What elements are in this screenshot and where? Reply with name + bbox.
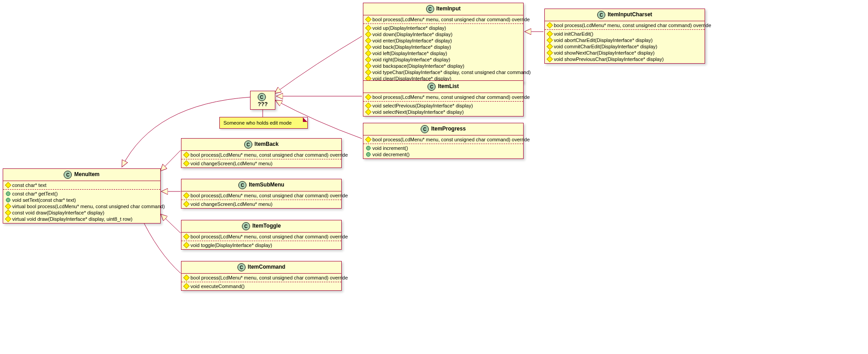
class-title: ItemInputCharset — [608, 11, 652, 18]
class-icon: C — [237, 263, 246, 271]
class-itemsubmenu: CItemSubMenu bool process(LcdMenu* menu,… — [181, 179, 342, 209]
class-title: ItemList — [438, 83, 459, 89]
class-unknown: C??? — [250, 91, 275, 110]
class-itemback: CItemBack bool process(LcdMenu* menu, co… — [181, 138, 342, 168]
note-edit-mode: Someone who holds edit mode — [219, 117, 308, 129]
class-iteminput: CItemInput bool process(LcdMenu* menu, c… — [363, 3, 524, 83]
class-icon: C — [427, 83, 436, 91]
class-title: ItemToggle — [252, 223, 281, 229]
class-iteminputcharset: CItemInputCharset bool process(LcdMenu* … — [544, 9, 705, 64]
class-title: MenuItem — [74, 171, 99, 177]
class-icon: C — [238, 181, 246, 189]
class-icon: C — [64, 171, 72, 179]
class-title: ItemInput — [436, 5, 461, 12]
fields-section: const char* text — [3, 181, 160, 190]
class-itemlist: CItemList bool process(LcdMenu* menu, co… — [363, 80, 524, 116]
methods-section: const char* getText() void setText(const… — [3, 190, 160, 223]
class-itemtoggle: CItemToggle bool process(LcdMenu* menu, … — [181, 220, 342, 250]
class-icon: C — [421, 125, 429, 133]
class-itemprogress: CItemProgress bool process(LcdMenu* menu… — [363, 123, 524, 159]
class-menuitem: CMenuItem const char* text const char* g… — [3, 168, 161, 224]
class-itemcommand: CItemCommand bool process(LcdMenu* menu,… — [181, 261, 342, 291]
class-icon: C — [258, 93, 266, 101]
class-title: ItemSubMenu — [249, 182, 284, 188]
class-title: ItemProgress — [431, 126, 466, 132]
class-icon: C — [426, 5, 434, 13]
class-title: ItemCommand — [248, 264, 285, 270]
class-icon: C — [597, 11, 605, 19]
class-icon: C — [242, 222, 250, 230]
class-title: ItemBack — [255, 141, 279, 147]
class-title: ??? — [258, 101, 268, 107]
class-icon: C — [244, 140, 252, 149]
